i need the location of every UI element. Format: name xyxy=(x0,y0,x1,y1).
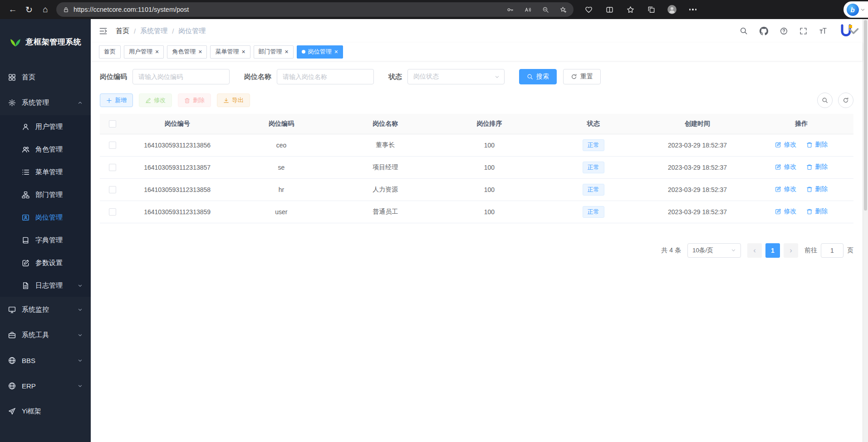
table-header-row: 岗位编号 岗位编码 岗位名称 岗位排序 状态 创建时间 操作 xyxy=(100,114,853,134)
collections-icon[interactable] xyxy=(643,2,659,17)
scrollbar[interactable] xyxy=(863,19,868,442)
row-edit-button[interactable]: 修改 xyxy=(775,141,796,149)
sidebar-item-users[interactable]: 用户管理 xyxy=(0,115,91,138)
sidebar-item-tools[interactable]: 系统工具 xyxy=(0,322,91,348)
tab-users[interactable]: 用户管理 × xyxy=(124,45,164,59)
tab-close-icon[interactable]: × xyxy=(241,49,245,55)
sidebar-item-posts[interactable]: 岗位管理 xyxy=(0,206,91,229)
scrollbar-thumb[interactable] xyxy=(864,20,867,211)
sidebar-item-roles[interactable]: 角色管理 xyxy=(0,138,91,161)
prev-page-button[interactable]: ‹ xyxy=(747,243,762,258)
page-jumper: 前往 页 xyxy=(804,243,853,258)
refresh-table-button[interactable] xyxy=(838,93,853,108)
sidebar-item-dictionaries[interactable]: 字典管理 xyxy=(0,229,91,251)
breadcrumb-system[interactable]: 系统管理 xyxy=(140,27,167,35)
sidebar-item-home[interactable]: 首页 xyxy=(0,64,91,90)
row-edit-button[interactable]: 修改 xyxy=(775,207,796,216)
app-title: 意框架管理系统 xyxy=(26,37,82,47)
show-search-button[interactable] xyxy=(817,93,833,108)
app-logo[interactable]: 意框架管理系统 xyxy=(0,19,91,64)
row-checkbox[interactable] xyxy=(109,164,116,171)
page-number-button[interactable]: 1 xyxy=(765,243,780,258)
select-all-checkbox[interactable] xyxy=(109,120,116,128)
copilot-caret-icon[interactable] xyxy=(860,7,865,12)
sidebar-item-parameters[interactable]: 参数设置 xyxy=(0,251,91,274)
header-search-icon[interactable] xyxy=(740,27,748,35)
status-select[interactable]: 岗位状态 xyxy=(407,69,505,84)
search-button[interactable]: 搜索 xyxy=(519,69,557,84)
row-delete-button[interactable]: 删除 xyxy=(806,163,828,171)
page-size-select[interactable]: 10条/页 xyxy=(687,243,741,258)
sidebar-item-logs[interactable]: 日志管理 xyxy=(0,274,91,297)
breadcrumb-home[interactable]: 首页 xyxy=(116,27,129,35)
help-icon[interactable] xyxy=(780,27,788,35)
url-text[interactable]: https://ccnetcore.com:1101/system/post xyxy=(74,6,499,13)
github-icon[interactable] xyxy=(760,27,768,35)
copilot-button[interactable]: b xyxy=(843,1,868,18)
address-bar[interactable]: https://ccnetcore.com:1101/system/post xyxy=(56,2,574,17)
reset-button[interactable]: 重置 xyxy=(563,69,601,84)
add-favorite-icon[interactable] xyxy=(556,3,570,16)
sidebar-item-label: 系统管理 xyxy=(22,98,49,107)
browser-home-button[interactable]: ⌂ xyxy=(37,1,54,18)
row-edit-button[interactable]: 修改 xyxy=(775,163,796,171)
browser-back-button[interactable]: ← xyxy=(5,1,21,18)
sidebar-item-system[interactable]: 系统管理 xyxy=(0,90,91,115)
favorites-icon[interactable] xyxy=(623,2,638,17)
row-delete-button[interactable]: 删除 xyxy=(806,185,828,193)
profile-avatar[interactable] xyxy=(664,2,680,17)
row-edit-button[interactable]: 修改 xyxy=(775,185,796,193)
more-options-icon[interactable] xyxy=(685,2,701,17)
chevron-down-icon xyxy=(78,283,83,288)
tab-label: 用户管理 xyxy=(129,48,152,56)
breadcrumb-separator: / xyxy=(172,27,174,35)
browser-essentials-icon[interactable] xyxy=(581,2,596,17)
next-page-button[interactable]: › xyxy=(784,243,798,258)
post-name-input[interactable] xyxy=(277,69,374,84)
read-aloud-icon[interactable] xyxy=(521,3,535,16)
goto-page-input[interactable] xyxy=(821,243,843,258)
row-checkbox[interactable] xyxy=(109,142,116,149)
edit-button[interactable]: 修改 xyxy=(139,93,172,107)
tab-departments[interactable]: 部门管理 × xyxy=(254,45,294,59)
trash-icon xyxy=(184,98,190,103)
password-key-icon[interactable] xyxy=(503,3,517,16)
chevron-down-icon xyxy=(78,383,83,388)
browser-refresh-button[interactable]: ↻ xyxy=(21,1,37,18)
tab-posts[interactable]: 岗位管理 × xyxy=(297,45,343,59)
sidebar-collapse-icon[interactable] xyxy=(99,27,108,35)
row-checkbox[interactable] xyxy=(109,186,116,193)
add-button[interactable]: 新增 xyxy=(100,93,133,107)
tab-close-icon[interactable]: × xyxy=(334,49,338,55)
row-delete-button[interactable]: 删除 xyxy=(806,207,828,216)
row-delete-button[interactable]: 删除 xyxy=(806,141,828,149)
row-checkbox[interactable] xyxy=(109,208,116,216)
status-badge: 正常 xyxy=(583,162,604,173)
fullscreen-icon[interactable] xyxy=(799,27,807,35)
sidebar-item-menus[interactable]: 菜单管理 xyxy=(0,161,91,183)
font-size-icon[interactable] xyxy=(819,27,827,35)
sidebar-item-yi-framework[interactable]: Yi框架 xyxy=(0,398,91,424)
tab-home[interactable]: 首页 xyxy=(99,45,121,59)
tab-close-icon[interactable]: × xyxy=(198,49,202,55)
sidebar-item-bbs[interactable]: BBS xyxy=(0,348,91,373)
globe-icon xyxy=(8,357,16,364)
tab-close-icon[interactable]: × xyxy=(155,49,159,55)
tab-menus[interactable]: 菜单管理 × xyxy=(210,45,250,59)
zoom-icon[interactable] xyxy=(539,3,552,16)
system-submenu: 用户管理 角色管理 菜单管理 部门管理 岗位管理 xyxy=(0,115,91,297)
tab-close-icon[interactable]: × xyxy=(285,49,289,55)
sidebar-item-erp[interactable]: ERP xyxy=(0,373,91,398)
sidebar-item-departments[interactable]: 部门管理 xyxy=(0,183,91,206)
user-avatar[interactable] xyxy=(839,23,854,39)
post-code-input[interactable] xyxy=(132,69,230,84)
tab-roles[interactable]: 角色管理 × xyxy=(167,45,207,59)
delete-button-label: 删除 xyxy=(193,96,205,104)
list-icon xyxy=(22,168,29,176)
chevron-down-icon xyxy=(78,307,83,312)
delete-button[interactable]: 删除 xyxy=(178,93,211,107)
sidebar-item-monitoring[interactable]: 系统监控 xyxy=(0,297,91,322)
sidebar-item-label: 参数设置 xyxy=(35,259,63,267)
sidebar-item-label: Yi框架 xyxy=(22,407,41,416)
split-screen-icon[interactable] xyxy=(602,2,617,17)
